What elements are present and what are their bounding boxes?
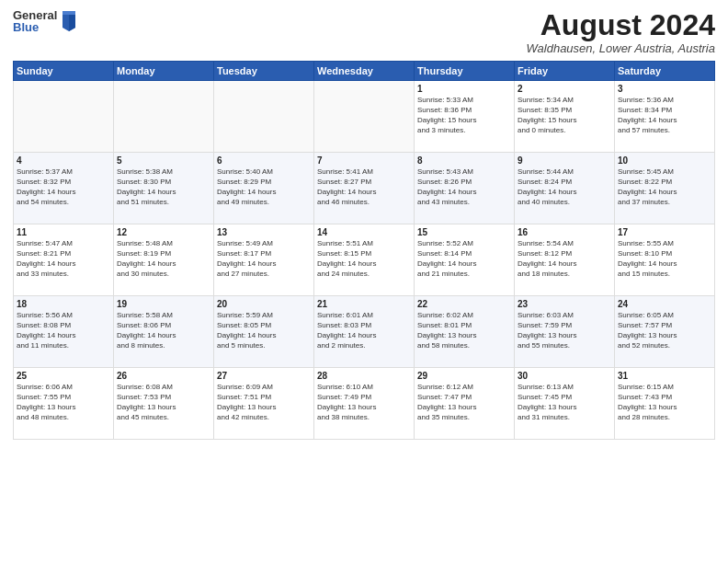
col-sunday: Sunday — [14, 62, 114, 81]
calendar-cell — [214, 81, 314, 153]
day-info: Sunrise: 6:09 AM Sunset: 7:51 PM Dayligh… — [217, 383, 311, 422]
logo: General Blue — [13, 9, 77, 33]
day-number: 28 — [317, 371, 411, 381]
day-number: 19 — [117, 299, 210, 309]
calendar-cell: 29Sunrise: 6:12 AM Sunset: 7:47 PM Dayli… — [415, 368, 515, 440]
calendar-week-5: 25Sunrise: 6:06 AM Sunset: 7:55 PM Dayli… — [14, 368, 715, 440]
day-number: 20 — [217, 299, 311, 309]
day-info: Sunrise: 6:03 AM Sunset: 7:59 PM Dayligh… — [518, 311, 611, 350]
calendar-cell: 25Sunrise: 6:06 AM Sunset: 7:55 PM Dayli… — [14, 368, 114, 440]
col-wednesday: Wednesday — [314, 62, 415, 81]
calendar-cell: 7Sunrise: 5:41 AM Sunset: 8:27 PM Daylig… — [314, 153, 415, 224]
day-info: Sunrise: 5:37 AM Sunset: 8:32 PM Dayligh… — [17, 167, 110, 207]
logo-blue: Blue — [13, 21, 57, 33]
page: General Blue August 2024 Waldhausen, Low… — [0, 0, 728, 563]
calendar-body: 1Sunrise: 5:33 AM Sunset: 8:36 PM Daylig… — [14, 81, 715, 440]
day-number: 29 — [417, 371, 511, 381]
day-number: 6 — [217, 155, 311, 166]
day-number: 1 — [417, 84, 511, 94]
day-info: Sunrise: 6:15 AM Sunset: 7:43 PM Dayligh… — [618, 383, 711, 422]
day-info: Sunrise: 6:05 AM Sunset: 7:57 PM Dayligh… — [618, 311, 711, 350]
day-info: Sunrise: 5:48 AM Sunset: 8:19 PM Dayligh… — [117, 239, 210, 279]
calendar-cell: 4Sunrise: 5:37 AM Sunset: 8:32 PM Daylig… — [14, 153, 114, 224]
col-saturday: Saturday — [615, 62, 715, 81]
day-info: Sunrise: 5:52 AM Sunset: 8:14 PM Dayligh… — [417, 239, 511, 279]
calendar-cell: 6Sunrise: 5:40 AM Sunset: 8:29 PM Daylig… — [214, 153, 314, 224]
day-number: 25 — [17, 371, 110, 381]
calendar-cell: 10Sunrise: 5:45 AM Sunset: 8:22 PM Dayli… — [615, 153, 715, 224]
calendar-cell — [314, 81, 415, 153]
day-info: Sunrise: 5:38 AM Sunset: 8:30 PM Dayligh… — [117, 167, 210, 207]
day-info: Sunrise: 5:45 AM Sunset: 8:22 PM Dayligh… — [618, 167, 711, 207]
calendar-cell: 16Sunrise: 5:54 AM Sunset: 8:12 PM Dayli… — [515, 224, 615, 296]
day-number: 2 — [518, 84, 611, 94]
day-info: Sunrise: 6:02 AM Sunset: 8:01 PM Dayligh… — [417, 311, 511, 350]
day-number: 31 — [618, 371, 711, 381]
calendar-cell: 19Sunrise: 5:58 AM Sunset: 8:06 PM Dayli… — [114, 296, 214, 368]
calendar-cell: 21Sunrise: 6:01 AM Sunset: 8:03 PM Dayli… — [314, 296, 415, 368]
calendar-week-1: 1Sunrise: 5:33 AM Sunset: 8:36 PM Daylig… — [14, 81, 715, 153]
col-tuesday: Tuesday — [214, 62, 314, 81]
day-number: 7 — [317, 155, 411, 166]
day-info: Sunrise: 6:08 AM Sunset: 7:53 PM Dayligh… — [117, 383, 210, 422]
calendar-cell: 1Sunrise: 5:33 AM Sunset: 8:36 PM Daylig… — [415, 81, 515, 153]
day-info: Sunrise: 5:56 AM Sunset: 8:08 PM Dayligh… — [17, 311, 110, 350]
calendar-cell: 20Sunrise: 5:59 AM Sunset: 8:05 PM Dayli… — [214, 296, 314, 368]
calendar-cell: 31Sunrise: 6:15 AM Sunset: 7:43 PM Dayli… — [615, 368, 715, 440]
calendar-cell — [14, 81, 114, 153]
calendar-cell: 15Sunrise: 5:52 AM Sunset: 8:14 PM Dayli… — [415, 224, 515, 296]
day-number: 16 — [518, 227, 611, 237]
day-number: 27 — [217, 371, 311, 381]
col-thursday: Thursday — [415, 62, 515, 81]
logo-text: General Blue — [13, 9, 57, 33]
day-number: 30 — [518, 371, 611, 381]
day-number: 17 — [618, 227, 711, 237]
day-info: Sunrise: 6:10 AM Sunset: 7:49 PM Dayligh… — [317, 383, 411, 422]
day-number: 9 — [518, 155, 611, 166]
day-number: 10 — [618, 155, 711, 166]
calendar-cell: 11Sunrise: 5:47 AM Sunset: 8:21 PM Dayli… — [14, 224, 114, 296]
calendar-cell: 24Sunrise: 6:05 AM Sunset: 7:57 PM Dayli… — [615, 296, 715, 368]
day-info: Sunrise: 5:47 AM Sunset: 8:21 PM Dayligh… — [17, 239, 110, 279]
day-number: 24 — [618, 299, 711, 309]
day-info: Sunrise: 5:33 AM Sunset: 8:36 PM Dayligh… — [417, 96, 511, 135]
day-number: 21 — [317, 299, 411, 309]
calendar-cell: 2Sunrise: 5:34 AM Sunset: 8:35 PM Daylig… — [515, 81, 615, 153]
day-info: Sunrise: 5:55 AM Sunset: 8:10 PM Dayligh… — [618, 239, 711, 279]
calendar-cell: 8Sunrise: 5:43 AM Sunset: 8:26 PM Daylig… — [415, 153, 515, 224]
day-number: 13 — [217, 227, 311, 237]
day-number: 22 — [417, 299, 511, 309]
col-monday: Monday — [114, 62, 214, 81]
day-info: Sunrise: 5:51 AM Sunset: 8:15 PM Dayligh… — [317, 239, 411, 279]
day-info: Sunrise: 5:36 AM Sunset: 8:34 PM Dayligh… — [618, 96, 711, 135]
calendar: Sunday Monday Tuesday Wednesday Thursday… — [13, 61, 715, 440]
day-info: Sunrise: 5:40 AM Sunset: 8:29 PM Dayligh… — [217, 167, 311, 207]
svg-marker-1 — [69, 15, 75, 31]
calendar-cell: 17Sunrise: 5:55 AM Sunset: 8:10 PM Dayli… — [615, 224, 715, 296]
day-number: 8 — [417, 155, 511, 166]
calendar-cell: 5Sunrise: 5:38 AM Sunset: 8:30 PM Daylig… — [114, 153, 214, 224]
calendar-cell: 14Sunrise: 5:51 AM Sunset: 8:15 PM Dayli… — [314, 224, 415, 296]
day-info: Sunrise: 6:06 AM Sunset: 7:55 PM Dayligh… — [17, 383, 110, 422]
day-info: Sunrise: 5:49 AM Sunset: 8:17 PM Dayligh… — [217, 239, 311, 279]
day-info: Sunrise: 5:54 AM Sunset: 8:12 PM Dayligh… — [518, 239, 611, 279]
day-number: 4 — [17, 155, 110, 166]
day-number: 5 — [117, 155, 210, 166]
day-number: 26 — [117, 371, 210, 381]
calendar-cell: 13Sunrise: 5:49 AM Sunset: 8:17 PM Dayli… — [214, 224, 314, 296]
col-friday: Friday — [515, 62, 615, 81]
day-number: 3 — [618, 84, 711, 94]
svg-marker-2 — [63, 11, 75, 15]
calendar-cell: 22Sunrise: 6:02 AM Sunset: 8:01 PM Dayli… — [415, 296, 515, 368]
calendar-cell: 18Sunrise: 5:56 AM Sunset: 8:08 PM Dayli… — [14, 296, 114, 368]
calendar-cell: 23Sunrise: 6:03 AM Sunset: 7:59 PM Dayli… — [515, 296, 615, 368]
calendar-week-3: 11Sunrise: 5:47 AM Sunset: 8:21 PM Dayli… — [14, 224, 715, 296]
calendar-week-4: 18Sunrise: 5:56 AM Sunset: 8:08 PM Dayli… — [14, 296, 715, 368]
logo-icon — [61, 11, 77, 31]
location: Waldhausen, Lower Austria, Austria — [527, 41, 715, 55]
day-info: Sunrise: 6:12 AM Sunset: 7:47 PM Dayligh… — [417, 383, 511, 422]
day-number: 18 — [17, 299, 110, 309]
calendar-cell: 28Sunrise: 6:10 AM Sunset: 7:49 PM Dayli… — [314, 368, 415, 440]
day-info: Sunrise: 6:13 AM Sunset: 7:45 PM Dayligh… — [518, 383, 611, 422]
calendar-cell — [114, 81, 214, 153]
